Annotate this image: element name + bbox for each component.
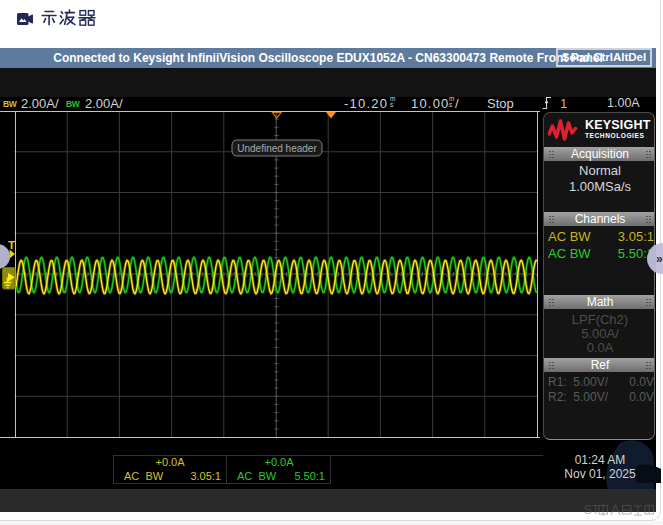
svg-text:ST: ST — [584, 503, 600, 517]
svg-text:Undefined header: Undefined header — [237, 143, 317, 154]
svg-text:T: T — [8, 239, 15, 251]
